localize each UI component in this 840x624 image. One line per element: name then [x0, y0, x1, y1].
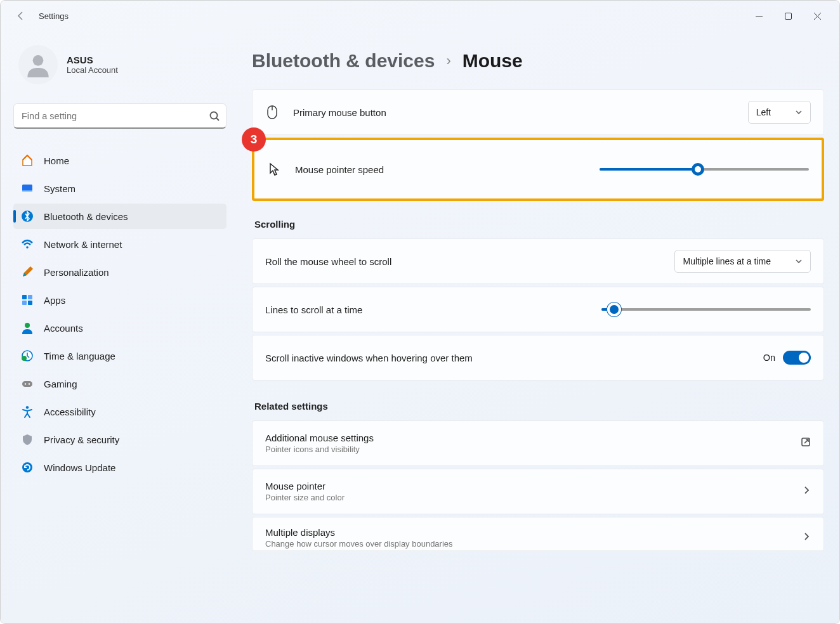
svg-point-11 [25, 323, 30, 328]
paintbrush-icon [21, 266, 34, 278]
svg-rect-14 [22, 381, 32, 387]
back-button[interactable] [8, 3, 34, 29]
chevron-right-icon [802, 532, 811, 543]
nav-list: Home System Bluetooth & devices Network … [13, 148, 226, 480]
chevron-right-icon: › [446, 53, 450, 69]
nav-gaming[interactable]: Gaming [13, 371, 226, 396]
search-box[interactable] [13, 103, 226, 129]
svg-point-2 [211, 112, 218, 119]
chevron-right-icon [802, 486, 811, 497]
chevron-down-icon [795, 108, 803, 116]
inactive-scroll-toggle[interactable] [783, 351, 811, 365]
lines-scroll-slider[interactable] [601, 308, 811, 311]
svg-rect-4 [22, 190, 32, 192]
nav-privacy[interactable]: Privacy & security [13, 427, 226, 452]
svg-rect-9 [22, 301, 27, 305]
lines-scroll-row: Lines to scroll at a time [252, 287, 824, 332]
multiple-displays-row[interactable]: Multiple displays Change how cursor move… [252, 517, 824, 551]
nav-accessibility[interactable]: Accessibility [13, 399, 226, 424]
chevron-down-icon [795, 257, 803, 265]
avatar [18, 45, 58, 84]
close-button[interactable] [803, 6, 832, 26]
toggle-state-label: On [763, 353, 775, 363]
primary-button-dropdown[interactable]: Left [748, 101, 811, 124]
nav-network[interactable]: Network & internet [13, 231, 226, 257]
pointer-speed-slider[interactable] [600, 168, 809, 171]
wheel-scroll-row[interactable]: Roll the mouse wheel to scroll Multiple … [252, 238, 824, 284]
maximize-button[interactable] [773, 6, 803, 26]
nav-home[interactable]: Home [13, 148, 226, 173]
nav-personalization[interactable]: Personalization [13, 259, 226, 285]
annotation-highlight: 3 Mouse pointer speed [252, 138, 824, 201]
svg-rect-7 [22, 295, 27, 299]
svg-rect-10 [28, 301, 32, 305]
profile-subtitle: Local Account [67, 65, 118, 75]
profile-card[interactable]: ASUS Local Account [13, 31, 226, 103]
wheel-scroll-dropdown[interactable]: Multiple lines at a time [674, 250, 811, 273]
shield-icon [21, 433, 34, 446]
nav-time-language[interactable]: Time & language [13, 343, 226, 368]
gamepad-icon [21, 377, 34, 390]
svg-point-13 [22, 356, 27, 361]
external-link-icon [801, 437, 811, 450]
home-icon [21, 154, 34, 167]
cursor-icon [267, 162, 281, 176]
related-heading: Related settings [252, 383, 824, 420]
breadcrumb: Bluetooth & devices › Mouse [252, 31, 824, 89]
svg-point-18 [22, 462, 32, 472]
scrolling-heading: Scrolling [252, 201, 824, 238]
accessibility-icon [21, 405, 34, 418]
svg-rect-8 [28, 295, 32, 299]
svg-point-6 [26, 246, 29, 249]
svg-rect-0 [785, 13, 791, 19]
nav-system[interactable]: System [13, 176, 226, 201]
inactive-scroll-row: Scroll inactive windows when hovering ov… [252, 335, 824, 380]
nav-bluetooth[interactable]: Bluetooth & devices [13, 204, 226, 229]
svg-point-1 [33, 55, 44, 66]
mouse-icon [265, 105, 279, 119]
additional-settings-row[interactable]: Additional mouse settings Pointer icons … [252, 420, 824, 466]
update-icon [21, 461, 34, 474]
primary-button-row: Primary mouse button Left [252, 89, 824, 135]
titlebar: Settings [1, 1, 839, 31]
breadcrumb-current: Mouse [463, 50, 523, 72]
profile-name: ASUS [67, 55, 118, 65]
wifi-icon [21, 238, 34, 250]
content-pane: Bluetooth & devices › Mouse Primary mous… [237, 31, 839, 623]
step-badge: 3 [242, 127, 266, 152]
apps-icon [21, 294, 34, 306]
svg-point-16 [29, 383, 30, 384]
minimize-button[interactable] [744, 6, 773, 26]
mouse-pointer-row[interactable]: Mouse pointer Pointer size and color [252, 469, 824, 514]
app-title: Settings [39, 11, 69, 21]
nav-accounts[interactable]: Accounts [13, 315, 226, 341]
svg-point-17 [26, 406, 29, 408]
search-input[interactable] [22, 111, 209, 121]
nav-windows-update[interactable]: Windows Update [13, 455, 226, 480]
accounts-icon [21, 322, 34, 334]
search-icon [209, 111, 220, 121]
clock-globe-icon [21, 349, 34, 362]
breadcrumb-parent[interactable]: Bluetooth & devices [252, 50, 435, 72]
bluetooth-icon [21, 210, 34, 223]
svg-point-15 [25, 383, 26, 384]
sidebar: ASUS Local Account Home System Bluetooth… [1, 31, 237, 623]
nav-apps[interactable]: Apps [13, 287, 226, 313]
system-icon [21, 182, 34, 195]
